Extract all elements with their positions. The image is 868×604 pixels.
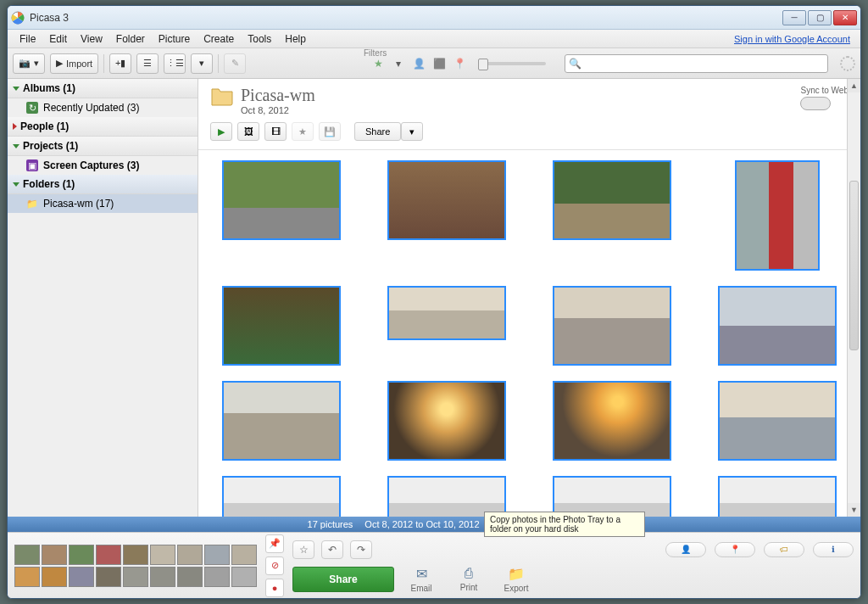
minimize-button[interactable]: ─ (782, 10, 806, 25)
album-header: Picasa-wm Oct 8, 2012 Sync to Web (198, 79, 860, 119)
vertical-scrollbar[interactable]: ▲ ▼ (847, 79, 860, 517)
star-dropdown-icon[interactable]: ▾ (390, 55, 407, 72)
sync-toggle[interactable] (800, 97, 831, 110)
tray-thumb[interactable] (14, 545, 40, 565)
photo-grid-scroll[interactable] (198, 150, 860, 517)
toolbar: 📷▾ ▶ Import +▮ ☰ ⋮☰ ▾ ✎ ★ ▾ 👤 ⬛ 📍 🔍 (8, 48, 860, 79)
photo-thumb[interactable] (718, 286, 837, 366)
search-input[interactable] (581, 59, 824, 69)
photo-thumb[interactable] (222, 476, 341, 517)
close-button[interactable]: ✕ (833, 10, 857, 25)
filter-slider[interactable] (478, 62, 546, 65)
sidebar-section-projects[interactable]: Projects (1) (8, 137, 198, 156)
menu-create[interactable]: Create (197, 31, 241, 47)
sidebar-item-picasa-wm[interactable]: 📁Picasa-wm (17) (8, 194, 198, 213)
menu-file[interactable]: File (13, 31, 42, 47)
photo-thumb[interactable] (553, 381, 671, 461)
print-button[interactable]: ⎙Print (448, 566, 489, 592)
email-button[interactable]: ✉Email (401, 566, 442, 593)
clear-tray-button[interactable]: ⊘ (265, 556, 284, 575)
menu-view[interactable]: View (74, 31, 109, 47)
photo-thumb[interactable] (222, 381, 341, 461)
save-button[interactable]: 💾 (319, 122, 341, 141)
star-album-button[interactable]: ★ (292, 122, 314, 141)
tray-thumb[interactable] (123, 567, 148, 587)
photo-thumb[interactable] (387, 160, 506, 240)
tray-thumb[interactable] (14, 567, 40, 587)
sidebar-item-screen-captures[interactable]: ▣Screen Captures (3) (8, 156, 198, 175)
tray-thumb[interactable] (231, 545, 257, 565)
tray-thumb[interactable] (123, 545, 148, 565)
tray-thumb[interactable] (96, 567, 121, 587)
tags-pill[interactable]: 🏷 (764, 542, 804, 557)
star-selection-button[interactable]: ☆ (292, 540, 314, 559)
record-button[interactable]: ● (265, 579, 284, 597)
add-button[interactable]: +▮ (109, 53, 131, 74)
menu-edit[interactable]: Edit (42, 31, 74, 47)
photo-thumb[interactable] (553, 160, 671, 240)
collage-button[interactable]: 🖼 (237, 122, 259, 141)
tray-thumb[interactable] (150, 567, 175, 587)
photo-thumb[interactable] (387, 476, 506, 517)
photo-thumb[interactable] (387, 286, 506, 340)
photo-thumb[interactable] (735, 160, 820, 271)
app-window: Picasa 3 ─ ▢ ✕ File Edit View Folder Pic… (7, 5, 861, 599)
tray-thumb[interactable] (96, 545, 121, 565)
tray-thumb[interactable] (204, 567, 230, 587)
photo-thumb[interactable] (222, 286, 341, 366)
pin-tray-button[interactable]: 📌 (265, 534, 284, 553)
view-list-button[interactable]: ☰ (136, 53, 159, 74)
signin-link[interactable]: Sign in with Google Account (734, 34, 855, 44)
people-pill[interactable]: 👤 (665, 542, 706, 557)
tray-thumb[interactable] (177, 567, 203, 587)
sidebar-section-albums[interactable]: Albums (1) (8, 79, 198, 98)
person-filter-icon[interactable]: 👤 (410, 55, 427, 72)
tray-thumb[interactable] (69, 567, 94, 587)
tray-thumb[interactable] (42, 545, 67, 565)
menu-folder[interactable]: Folder (109, 31, 152, 47)
view-tree-button[interactable]: ⋮☰ (164, 53, 186, 74)
photo-thumb[interactable] (553, 476, 671, 517)
scroll-down-icon[interactable]: ▼ (848, 503, 860, 517)
play-slideshow-button[interactable]: ▶ (210, 122, 232, 141)
import-button[interactable]: ▶ Import (50, 53, 98, 74)
search-box[interactable]: 🔍 (565, 54, 828, 73)
movie-button[interactable]: 🎞 (264, 122, 287, 141)
tray-thumb[interactable] (42, 567, 67, 587)
geo-filter-icon[interactable]: ⬛ (431, 55, 448, 72)
menu-picture[interactable]: Picture (152, 31, 197, 47)
rotate-left-button[interactable]: ↶ (321, 540, 343, 559)
export-button[interactable]: 📁Export (496, 566, 537, 593)
places-pill[interactable]: 📍 (715, 542, 755, 557)
rotate-right-button[interactable]: ↷ (350, 540, 372, 559)
tray-thumb[interactable] (177, 545, 203, 565)
tray-thumb[interactable] (204, 545, 230, 565)
share-button[interactable]: Share (354, 122, 401, 141)
menu-tools[interactable]: Tools (241, 31, 278, 47)
search-icon: 🔍 (569, 58, 581, 70)
menu-help[interactable]: Help (278, 31, 313, 47)
photo-thumb[interactable] (718, 476, 837, 517)
sidebar-item-recently-updated[interactable]: ↻Recently Updated (3) (8, 98, 198, 117)
tag-filter-icon[interactable]: 📍 (451, 55, 468, 72)
photo-thumb[interactable] (553, 286, 671, 366)
share-big-button[interactable]: Share (292, 567, 394, 592)
sidebar-section-folders[interactable]: Folders (1) (8, 175, 198, 194)
tray-thumb[interactable] (231, 567, 257, 587)
maximize-button[interactable]: ▢ (808, 10, 832, 25)
scroll-thumb[interactable] (849, 181, 859, 350)
info-pill[interactable]: ℹ (813, 542, 854, 557)
scroll-up-icon[interactable]: ▲ (848, 79, 860, 92)
photo-thumb[interactable] (387, 381, 506, 461)
star-filter-icon[interactable]: ★ (370, 55, 387, 72)
tray-thumb[interactable] (150, 545, 175, 565)
import-menu-button[interactable]: 📷▾ (13, 53, 45, 74)
share-dropdown[interactable]: ▾ (401, 122, 423, 141)
album-actions: ▶ 🖼 🎞 ★ 💾 Share ▾ (198, 119, 860, 150)
photo-thumb[interactable] (718, 381, 837, 461)
photo-thumb[interactable] (222, 160, 341, 240)
tray-thumb[interactable] (69, 545, 94, 565)
sidebar-section-people[interactable]: People (1) (8, 117, 198, 137)
edit-tool-button[interactable]: ✎ (224, 53, 246, 74)
view-dropdown[interactable]: ▾ (191, 53, 213, 74)
